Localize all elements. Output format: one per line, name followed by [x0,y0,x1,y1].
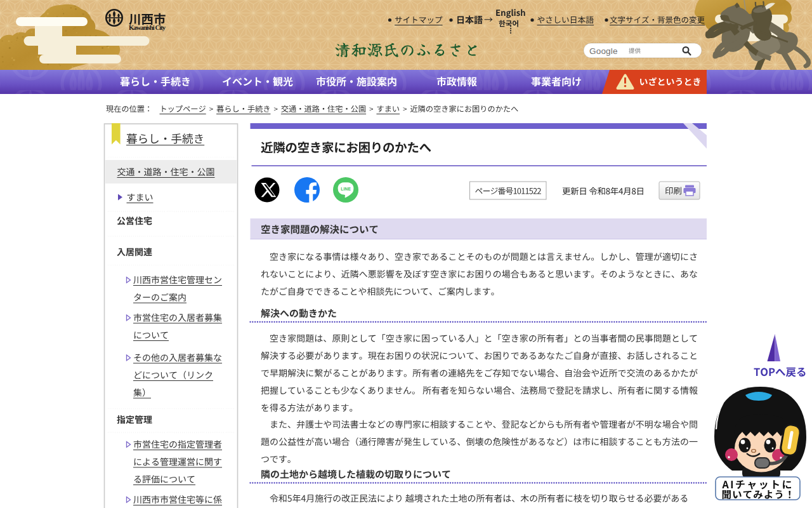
svg-text:LINE: LINE [341,187,351,191]
svg-text:Google: Google [589,46,618,56]
svg-text:Kawanishi City: Kawanishi City [129,24,166,31]
